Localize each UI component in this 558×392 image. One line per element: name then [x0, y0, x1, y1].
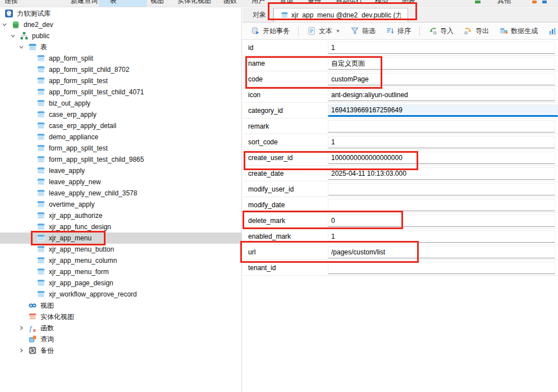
main-toolbar-item[interactable]: 用户: [251, 0, 265, 6]
tree-item[interactable]: 实体化视图: [0, 311, 241, 322]
tree-item-label: dne2_dev: [24, 21, 53, 29]
main-toolbar-item[interactable]: 模型: [375, 0, 388, 6]
field-value-input[interactable]: 1: [328, 42, 555, 54]
main-toolbar-item[interactable]: 查询: [280, 0, 293, 6]
main-toolbar-item[interactable]: 自动运行: [336, 0, 363, 6]
tree-item[interactable]: leave_apply: [0, 165, 241, 176]
backups-icon: [28, 346, 37, 355]
table-icon: [36, 290, 45, 299]
table-icon: [36, 166, 45, 175]
field-row-create_date: create_date2025-04-11 10:13:03.000: [243, 166, 558, 181]
field-value-input[interactable]: 1: [328, 230, 555, 243]
filter-button[interactable]: 筛选: [346, 25, 379, 38]
tree-item[interactable]: form_app_split_test_child_9865: [0, 154, 241, 165]
tree-item[interactable]: case_erp_apply_detail: [0, 120, 241, 131]
field-value-input[interactable]: 1: [328, 136, 555, 148]
sort-button[interactable]: 排序: [382, 25, 415, 38]
export-icon: [464, 26, 473, 35]
tree-item[interactable]: xjr_app_func_design: [0, 221, 241, 233]
tree-item[interactable]: xjr_app_page_design: [0, 277, 241, 289]
field-value-input[interactable]: customPage: [328, 73, 555, 85]
tree-item[interactable]: xjr_app_menu_column: [0, 255, 241, 266]
begin-transaction-button[interactable]: 开始事务: [247, 25, 294, 38]
field-value-input[interactable]: [328, 183, 555, 195]
tree-item[interactable]: xjr_app_menu: [0, 233, 241, 244]
tree-item[interactable]: 查询: [0, 334, 241, 345]
data-generation-button[interactable]: 数据生成: [495, 25, 542, 38]
tree-chevron-slot: [27, 53, 36, 64]
tree-item[interactable]: 力软测试库: [0, 8, 241, 19]
tree-item[interactable]: xjr_workflow_approve_record: [0, 289, 241, 300]
import-button[interactable]: 导入: [424, 25, 458, 38]
field-value-input[interactable]: [328, 120, 555, 133]
tree-item[interactable]: dne2_dev: [0, 19, 241, 30]
tree-item[interactable]: app_form_split_test: [0, 75, 241, 86]
toolbar-button-label: 开始事务: [263, 26, 290, 36]
chevron-down-icon[interactable]: [10, 33, 16, 39]
tree-item[interactable]: app_form_split_child_8702: [0, 64, 241, 75]
field-value-input[interactable]: 2025-04-11 10:13:03.000: [328, 167, 555, 180]
field-row-url: url/pages/custom/list: [243, 244, 558, 260]
field-value-input[interactable]: 0: [328, 215, 555, 227]
main-toolbar-item[interactable]: 视图: [150, 0, 164, 6]
tree-item[interactable]: 表: [0, 42, 241, 53]
field-row-create_user_id: create_user_id1000000000000000000: [243, 150, 558, 166]
create-chart-button[interactable]: 创建图表: [544, 25, 558, 38]
tree-chevron-slot: [27, 165, 36, 176]
tree-item[interactable]: public: [0, 30, 241, 42]
tree-chevron-slot: [27, 233, 36, 244]
tree-chevron-slot[interactable]: [10, 30, 20, 42]
main-toolbar-item[interactable]: 实体化视图: [177, 0, 211, 6]
table-icon: [36, 279, 45, 288]
chevron-right-icon[interactable]: [19, 325, 24, 331]
main-toolbar-item[interactable]: 其他: [497, 0, 511, 6]
chevron-down-icon[interactable]: [2, 22, 7, 28]
main-toolbar-item[interactable]: 图表: [402, 0, 415, 6]
field-value-input[interactable]: [328, 262, 555, 274]
tree-chevron-slot[interactable]: [2, 19, 11, 30]
tree-item[interactable]: app_form_split_test_child_4071: [0, 86, 241, 98]
main-toolbar-item[interactable]: 表: [110, 0, 117, 6]
tree-item[interactable]: leave_apply_new_child_3578: [0, 188, 241, 199]
views-icon: [28, 301, 37, 310]
tree-item[interactable]: xjr_app_menu_form: [0, 266, 241, 277]
field-value-input[interactable]: 1000000000000000000: [328, 152, 555, 164]
tree-item[interactable]: 视图: [0, 300, 241, 311]
tab-objects[interactable]: 对象: [246, 8, 273, 22]
field-value-input[interactable]: [328, 199, 555, 211]
field-value-input[interactable]: 1694139669167259649: [328, 104, 558, 117]
tree-item[interactable]: xjr_app_menu_button: [0, 244, 241, 255]
chevron-down-icon[interactable]: [19, 44, 24, 50]
tree-item[interactable]: biz_out_apply: [0, 98, 241, 109]
table-icon: [36, 245, 45, 254]
field-value-input[interactable]: /pages/custom/list: [328, 246, 555, 258]
tree-item[interactable]: overtime_apply: [0, 199, 241, 210]
tree-chevron-slot[interactable]: [19, 42, 28, 53]
export-button[interactable]: 导出: [460, 25, 493, 38]
tree-item-label: app_form_split_test: [49, 77, 108, 85]
tree-item[interactable]: leave_apply_new: [0, 176, 241, 188]
tree-item[interactable]: app_form_split: [0, 53, 241, 64]
tree-item[interactable]: fx函数: [0, 322, 241, 334]
tab-record-view[interactable]: xjr_app_menu @dne2_dev.public (力...: [273, 8, 408, 22]
chevron-right-icon[interactable]: [19, 348, 24, 353]
tree-item[interactable]: xjr_app_authorize: [0, 210, 241, 221]
field-name: icon: [248, 87, 260, 102]
main-toolbar-item[interactable]: 新建查询: [71, 0, 98, 6]
main-toolbar-item[interactable]: 连接: [4, 0, 18, 6]
text-view-button[interactable]: 文本▼: [303, 25, 344, 38]
tree-chevron-slot[interactable]: [19, 322, 28, 334]
field-row-remark: remark: [243, 118, 558, 134]
field-value-input[interactable]: ant-design:aliyun-outlined: [328, 89, 555, 101]
main-toolbar-item[interactable]: 备份: [308, 0, 321, 6]
tree-chevron-slot: [19, 300, 28, 311]
main-toolbar-item[interactable]: 函数: [223, 0, 237, 6]
tree-item[interactable]: form_app_split_test: [0, 143, 241, 154]
tree-chevron-slot[interactable]: [19, 345, 28, 356]
table-icon: [36, 222, 45, 231]
field-value-input[interactable]: 自定义页面: [328, 57, 555, 70]
tree-item[interactable]: 备份: [0, 345, 241, 356]
queries-icon: [28, 335, 37, 344]
tree-item[interactable]: demo_appliance: [0, 131, 241, 143]
tree-item[interactable]: case_erp_apply: [0, 109, 241, 120]
